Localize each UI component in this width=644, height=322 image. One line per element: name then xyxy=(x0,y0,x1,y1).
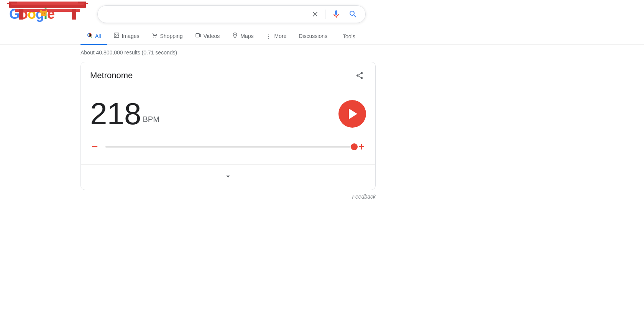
tab-images-label: Images xyxy=(122,33,140,39)
metronome-card: Metronome 218 BPM − xyxy=(80,62,376,190)
tab-maps[interactable]: Maps xyxy=(226,28,260,45)
minus-button[interactable]: − xyxy=(90,141,99,152)
tab-discussions-label: Discussions xyxy=(299,33,327,39)
share-button[interactable] xyxy=(353,69,366,82)
plus-button[interactable]: + xyxy=(357,141,366,152)
tab-shopping-label: Shopping xyxy=(160,33,182,39)
tab-shopping[interactable]: Shopping xyxy=(145,28,189,45)
search-divider xyxy=(325,10,325,19)
svg-point-21 xyxy=(153,37,154,38)
svg-rect-8 xyxy=(72,9,76,20)
tools-tab[interactable]: Tools xyxy=(337,30,361,43)
svg-rect-1 xyxy=(11,2,84,5)
svg-point-22 xyxy=(156,37,156,38)
svg-rect-12 xyxy=(42,13,43,13)
card-title: Metronome xyxy=(90,71,133,80)
more-icon: ⋮ xyxy=(266,33,272,40)
main-content: Metronome 218 BPM − xyxy=(0,62,376,203)
tab-videos-label: Videos xyxy=(204,33,220,39)
svg-rect-5 xyxy=(84,3,88,4)
tab-discussions[interactable]: Discussions xyxy=(292,29,334,44)
search-icon xyxy=(348,10,358,19)
all-icon xyxy=(87,32,93,40)
nav-tabs: All Images Shopping Videos Maps ⋮ More D… xyxy=(0,25,644,45)
card-footer[interactable] xyxy=(81,165,375,190)
search-box: Metronome xyxy=(97,5,366,23)
feedback-area: Feedback xyxy=(80,190,376,203)
chevron-down-icon xyxy=(223,172,233,183)
shopping-icon xyxy=(151,32,158,40)
mic-icon xyxy=(332,10,341,19)
bpm-display: 218 BPM xyxy=(90,99,159,129)
svg-rect-6 xyxy=(15,9,80,12)
tab-images[interactable]: Images xyxy=(107,28,146,45)
tab-all[interactable]: All xyxy=(80,28,107,45)
svg-point-20 xyxy=(115,34,116,35)
play-icon xyxy=(349,108,357,119)
search-area: Metronome xyxy=(97,5,366,23)
svg-point-24 xyxy=(235,34,236,35)
svg-rect-13 xyxy=(44,13,45,13)
images-icon xyxy=(113,32,120,40)
videos-icon xyxy=(195,32,201,40)
slider-container[interactable] xyxy=(105,143,350,151)
search-button[interactable] xyxy=(347,8,359,20)
tab-all-label: All xyxy=(95,33,101,39)
clear-icon xyxy=(311,10,319,18)
slider-fill xyxy=(105,146,350,148)
svg-rect-23 xyxy=(196,33,199,37)
svg-rect-14 xyxy=(43,14,44,14)
controls-row: − + xyxy=(90,141,366,152)
bpm-label: BPM xyxy=(143,115,159,124)
slider-track xyxy=(105,146,350,148)
card-body: 218 BPM − + xyxy=(81,89,375,165)
svg-rect-7 xyxy=(19,9,23,20)
bpm-value: 218 xyxy=(90,99,141,129)
mic-button[interactable] xyxy=(330,8,342,20)
maps-icon xyxy=(232,32,238,40)
svg-rect-3 xyxy=(7,3,11,4)
torii-doodle xyxy=(7,0,88,20)
play-button[interactable] xyxy=(338,100,366,128)
header: Google Metronome xyxy=(0,0,644,23)
tab-more[interactable]: ⋮ More xyxy=(260,29,292,45)
svg-line-18 xyxy=(91,36,92,37)
clear-button[interactable] xyxy=(310,9,320,20)
results-count: About 40,800,000 results (0.71 seconds) xyxy=(80,49,177,56)
card-header: Metronome xyxy=(81,62,375,89)
logo-area: Google xyxy=(9,7,90,21)
share-icon xyxy=(355,71,364,80)
results-info: About 40,800,000 results (0.71 seconds) xyxy=(0,45,644,62)
feedback-link[interactable]: Feedback xyxy=(352,194,376,200)
google-logo[interactable]: Google xyxy=(9,7,90,21)
svg-rect-16 xyxy=(46,12,47,13)
tab-more-label: More xyxy=(274,33,286,39)
tab-maps-label: Maps xyxy=(240,33,253,39)
svg-rect-15 xyxy=(39,12,41,13)
search-input[interactable]: Metronome xyxy=(104,10,305,18)
slider-thumb[interactable] xyxy=(351,143,358,150)
tab-videos[interactable]: Videos xyxy=(189,28,226,45)
